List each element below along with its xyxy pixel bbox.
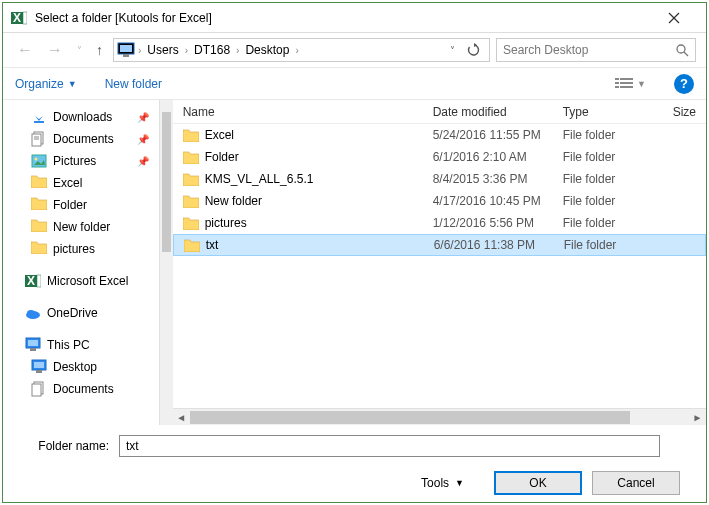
search-placeholder: Search Desktop: [503, 43, 675, 57]
svg-rect-14: [620, 82, 633, 84]
nav-item-pictures[interactable]: Pictures 📌: [3, 150, 159, 172]
nav-item-documents[interactable]: Documents 📌: [3, 128, 159, 150]
nav-forward-button[interactable]: →: [43, 41, 67, 59]
onedrive-icon: [25, 305, 41, 321]
close-icon: [668, 12, 680, 24]
chevron-right-icon[interactable]: ›: [293, 45, 300, 56]
file-name: pictures: [205, 216, 247, 230]
nav-scrollbar[interactable]: [159, 100, 172, 425]
file-date: 5/24/2016 11:55 PM: [423, 128, 553, 142]
column-header-type[interactable]: Type: [553, 105, 663, 119]
nav-item-new-folder[interactable]: New folder: [3, 216, 159, 238]
view-icon: [615, 77, 633, 91]
nav-item-pictures2[interactable]: pictures: [3, 238, 159, 260]
nav-recent-dropdown[interactable]: ˅: [73, 45, 86, 56]
desktop-icon: [31, 359, 47, 375]
file-row[interactable]: Excel5/24/2016 11:55 PMFile folder: [173, 124, 706, 146]
pictures-icon: [31, 153, 47, 169]
file-type: File folder: [553, 150, 663, 164]
folder-icon: [184, 239, 200, 252]
file-type: File folder: [554, 238, 664, 252]
horizontal-scrollbar[interactable]: ◄ ►: [173, 408, 706, 425]
column-headers: Name Date modified Type Size: [173, 100, 706, 124]
nav-item-this-pc[interactable]: This PC: [3, 334, 159, 356]
pin-icon: 📌: [137, 156, 149, 167]
nav-item-excel[interactable]: Excel: [3, 172, 159, 194]
svg-rect-7: [123, 54, 129, 57]
svg-rect-20: [32, 134, 41, 146]
address-dropdown-icon[interactable]: ˅: [444, 45, 461, 56]
svg-point-34: [27, 310, 35, 316]
svg-rect-12: [620, 78, 633, 80]
chevron-right-icon[interactable]: ›: [183, 45, 190, 56]
chevron-right-icon[interactable]: ›: [136, 45, 143, 56]
nav-item-documents2[interactable]: Documents: [3, 378, 159, 400]
scrollbar-thumb[interactable]: [190, 411, 630, 424]
breadcrumb-segment[interactable]: Desktop: [241, 39, 293, 61]
svg-point-24: [35, 158, 38, 161]
scrollbar-thumb[interactable]: [162, 112, 170, 252]
nav-item-ms-excel[interactable]: X Microsoft Excel: [3, 270, 159, 292]
nav-item-downloads[interactable]: Downloads 📌: [3, 106, 159, 128]
tools-dropdown[interactable]: Tools ▼: [421, 476, 464, 490]
file-date: 4/17/2016 10:45 PM: [423, 194, 553, 208]
file-type: File folder: [553, 216, 663, 230]
svg-marker-29: [31, 242, 47, 254]
folder-name-label: Folder name:: [19, 439, 109, 453]
cancel-button[interactable]: Cancel: [592, 471, 680, 495]
excel-icon: X: [25, 273, 41, 289]
navigation-bar: ← → ˅ ↑ › Users › DT168 › Desktop › ˅ Se…: [3, 33, 706, 67]
search-input[interactable]: Search Desktop: [496, 38, 696, 62]
svg-line-10: [684, 52, 688, 56]
chevron-down-icon: ▼: [637, 79, 646, 89]
scroll-right-icon[interactable]: ►: [689, 412, 706, 423]
file-row[interactable]: txt6/6/2016 11:38 PMFile folder: [173, 234, 706, 256]
chevron-right-icon[interactable]: ›: [234, 45, 241, 56]
svg-point-9: [677, 45, 685, 53]
column-header-size[interactable]: Size: [663, 105, 706, 119]
breadcrumb-segment[interactable]: Users: [143, 39, 182, 61]
nav-back-button[interactable]: ←: [13, 41, 37, 59]
file-date: 1/12/2016 5:56 PM: [423, 216, 553, 230]
new-folder-button[interactable]: New folder: [105, 77, 162, 91]
help-button[interactable]: ?: [674, 74, 694, 94]
address-bar[interactable]: › Users › DT168 › Desktop › ˅: [113, 38, 490, 62]
monitor-icon: [25, 337, 41, 353]
documents-icon: [31, 131, 47, 147]
file-date: 8/4/2015 3:36 PM: [423, 172, 553, 186]
refresh-button[interactable]: [461, 43, 487, 57]
file-row[interactable]: pictures1/12/2016 5:56 PMFile folder: [173, 212, 706, 234]
breadcrumb-segment[interactable]: DT168: [190, 39, 234, 61]
file-name: Folder: [205, 150, 239, 164]
folder-icon: [183, 217, 199, 230]
view-options-button[interactable]: ▼: [615, 77, 646, 91]
folder-icon: [183, 129, 199, 142]
file-row[interactable]: KMS_VL_ALL_6.5.18/4/2015 3:36 PMFile fol…: [173, 168, 706, 190]
nav-item-folder[interactable]: Folder: [3, 194, 159, 216]
file-row[interactable]: New folder4/17/2016 10:45 PMFile folder: [173, 190, 706, 212]
file-name: KMS_VL_ALL_6.5.1: [205, 172, 314, 186]
folder-icon: [183, 195, 199, 208]
svg-marker-47: [183, 218, 199, 230]
organize-button[interactable]: Organize ▼: [15, 77, 77, 91]
nav-item-desktop[interactable]: Desktop: [3, 356, 159, 378]
nav-item-onedrive[interactable]: OneDrive: [3, 302, 159, 324]
file-list-pane: Name Date modified Type Size Excel5/24/2…: [173, 100, 706, 425]
toolbar: Organize ▼ New folder ▼ ?: [3, 67, 706, 99]
svg-marker-17: [35, 111, 43, 121]
svg-rect-13: [615, 82, 619, 84]
svg-marker-44: [183, 152, 199, 164]
chevron-down-icon: ▼: [455, 478, 464, 488]
file-row[interactable]: Folder6/1/2016 2:10 AMFile folder: [173, 146, 706, 168]
navigation-pane[interactable]: Downloads 📌 Documents 📌 Pictures 📌 Excel…: [3, 100, 159, 425]
svg-marker-26: [31, 176, 47, 188]
nav-up-button[interactable]: ↑: [92, 42, 107, 58]
column-header-name[interactable]: Name: [173, 105, 423, 119]
close-button[interactable]: [668, 12, 698, 24]
svg-marker-27: [31, 198, 47, 210]
ok-button[interactable]: OK: [494, 471, 582, 495]
column-header-date[interactable]: Date modified: [423, 105, 553, 119]
folder-name-input[interactable]: [119, 435, 660, 457]
svg-text:X: X: [27, 274, 35, 288]
scroll-left-icon[interactable]: ◄: [173, 412, 190, 423]
